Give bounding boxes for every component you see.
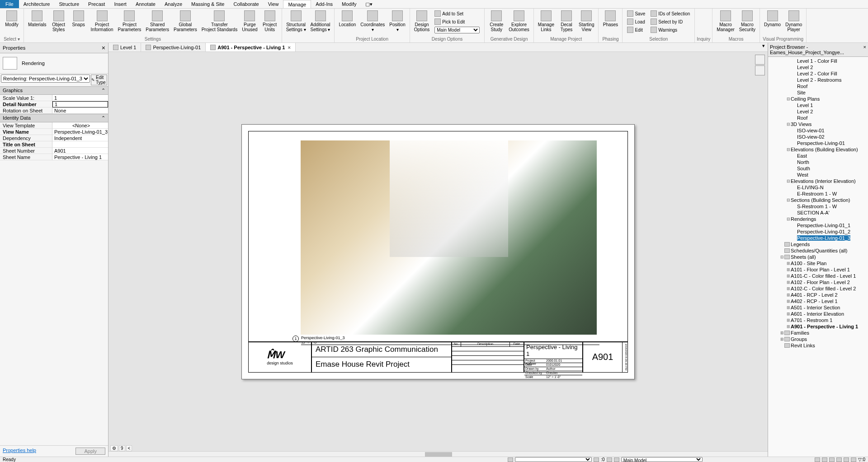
menu-annotate[interactable]: Annotate (131, 0, 160, 8)
status-icon[interactable] (508, 457, 513, 462)
tree-item[interactable]: Level 2 (769, 108, 867, 115)
tree-item[interactable]: Roof (769, 115, 867, 121)
tree-item[interactable]: East (769, 153, 867, 159)
menu-addins[interactable]: Add-Ins (311, 0, 337, 8)
ribbon-button[interactable]: DynamoPlayer (783, 9, 804, 33)
expand-icon[interactable]: ⊞ (786, 274, 791, 278)
ribbon-button[interactable]: DesignOptions (412, 9, 432, 33)
status-icon[interactable] (851, 457, 856, 462)
tree-item[interactable]: South (769, 165, 867, 172)
ribbon-button[interactable]: TransferProject Standards (199, 9, 240, 33)
tree-item[interactable]: ⊞A102 - Floor Plan - Level 2 (769, 279, 867, 285)
rendering-image[interactable] (301, 140, 597, 335)
ribbon-small-button[interactable]: Select by ID (649, 18, 692, 26)
expand-icon[interactable]: ⊟ (786, 122, 791, 126)
property-row[interactable]: View NamePerspective-Living-01_3 (0, 129, 108, 135)
property-section-header[interactable]: Identity Data⌃ (0, 114, 108, 122)
tree-item[interactable]: ⊞A101 - Floor Plan - Level 1 (769, 266, 867, 273)
ribbon-button[interactable]: ProjectParameters (116, 9, 144, 33)
expand-icon[interactable]: ⊞ (786, 280, 791, 285)
status-icon[interactable] (607, 457, 612, 462)
ribbon-button[interactable]: Position▾ (387, 9, 408, 33)
ribbon-button[interactable]: AdditionalSettings ▾ (308, 9, 333, 33)
tree-item[interactable]: ⊟Elevations (Building Elevation) (769, 146, 867, 153)
tree-item[interactable]: Perspective-Living-01_1 (769, 222, 867, 229)
tree-item[interactable]: SECTION A-A' (769, 210, 867, 216)
expand-icon[interactable]: ⊞ (780, 331, 784, 335)
status-icon[interactable] (815, 457, 820, 462)
status-icon[interactable] (594, 457, 599, 462)
tree-item[interactable]: Level 2 - Color Fill (769, 70, 867, 77)
expand-icon[interactable]: ⊟ (780, 255, 784, 259)
ribbon-button[interactable]: ObjectStyles (49, 9, 69, 33)
ribbon-button[interactable]: DecalTypes (557, 9, 576, 33)
status-icon[interactable] (844, 457, 849, 462)
property-row[interactable]: View Template<None> (0, 122, 108, 129)
ribbon-button[interactable]: GlobalParameters (171, 9, 199, 33)
tree-item[interactable]: Legends (769, 241, 867, 247)
tree-item[interactable]: S-Restroom 1 - W (769, 203, 867, 210)
tree-item[interactable]: Roof (769, 83, 867, 89)
menu-massingsite[interactable]: Massing & Site (187, 0, 229, 8)
ribbon-button[interactable]: Coordinates▾ (358, 9, 387, 33)
tree-item[interactable]: ⊞A501 - Interior Section (769, 304, 867, 311)
ribbon-small-button[interactable]: Load (625, 18, 647, 26)
close-icon[interactable]: × (102, 44, 105, 51)
expand-icon[interactable]: ⊞ (786, 267, 791, 272)
tree-item[interactable]: ⊟Sections (Building Section) (769, 197, 867, 203)
horizontal-scrollbar[interactable] (108, 451, 768, 457)
ribbon-button[interactable]: ManageLinks (536, 9, 557, 33)
property-row[interactable]: Rotation on SheetNone (0, 107, 108, 114)
tree-item[interactable]: ⊞A101-C - Color filled - Level 1 (769, 273, 867, 279)
type-selector[interactable]: Rendering (0, 53, 108, 74)
menu-insert[interactable]: Insert (109, 0, 131, 8)
menu-architecture[interactable]: Architecture (19, 0, 55, 8)
tree-item[interactable]: ⊟Renderings (769, 216, 867, 222)
expand-icon[interactable]: ⊞ (786, 293, 791, 297)
tab-overflow-icon[interactable]: ▾ (760, 43, 768, 51)
properties-help-link[interactable]: Properties help (3, 448, 36, 455)
ribbon-button[interactable]: Dynamo (762, 9, 783, 28)
expand-icon[interactable]: ⊞ (780, 337, 784, 341)
expand-icon[interactable]: ⊟ (786, 97, 791, 101)
expand-icon[interactable]: ⊟ (786, 198, 791, 202)
workset-selector[interactable]: Main Model (621, 457, 703, 462)
menu-analyze[interactable]: Analyze (160, 0, 187, 8)
property-row[interactable]: Title on Sheet (0, 141, 108, 148)
tree-item[interactable]: North (769, 159, 867, 165)
edit-type-button[interactable]: ✎Edit Type (91, 75, 107, 85)
expand-icon[interactable]: ⊞ (786, 299, 791, 303)
tree-item[interactable]: ⊞A901 - Perspective - Living 1 (769, 323, 867, 330)
menu-precast[interactable]: Precast (84, 0, 109, 8)
close-icon[interactable]: × (863, 44, 866, 55)
tree-item[interactable]: Level 1 - Color Fill (769, 58, 867, 64)
tree-item[interactable]: Site (769, 89, 867, 96)
menu-modify[interactable]: Modify (337, 0, 361, 8)
tree-item[interactable]: ⊞Families (769, 330, 867, 336)
tree-item[interactable]: ⊞A601 - Interior Elevation (769, 311, 867, 317)
close-icon[interactable]: × (288, 45, 290, 50)
ribbon-small-button[interactable]: Main Model (433, 26, 481, 34)
tree-item[interactable]: Perspective-Living-01_2 (769, 229, 867, 235)
tree-item[interactable]: ⊞A402 - RCP - Level 1 (769, 298, 867, 304)
ribbon-button[interactable]: ProjectInformation (89, 9, 116, 33)
view-tab[interactable]: Level 1 (108, 43, 141, 51)
project-browser-tree[interactable]: Level 1 - Color FillLevel 2Level 2 - Col… (768, 57, 868, 457)
ribbon-button[interactable]: MacroSecurity (737, 9, 758, 33)
ribbon-small-button[interactable]: Edit (625, 26, 647, 34)
tree-item[interactable]: Revit Links (769, 342, 867, 349)
ribbon-button[interactable]: Modify (2, 9, 22, 28)
tree-item[interactable]: ISO-view-01 (769, 127, 867, 134)
tree-item[interactable]: Level 1 (769, 102, 867, 108)
view-tab[interactable]: A901 - Perspective - Living 1× (206, 43, 296, 51)
tree-item[interactable]: ⊞A701 - Restroom 1 (769, 317, 867, 323)
ribbon-button[interactable]: ExploreOutcomes (506, 9, 532, 33)
instance-selector[interactable]: Rendering: Perspective-Living-01_3 (1, 75, 90, 83)
property-row[interactable]: Sheet NamePerspective - Living 1 (0, 154, 108, 160)
tree-item[interactable]: ⊞A100 - Site Plan (769, 260, 867, 266)
menu-view[interactable]: View (264, 0, 283, 8)
ribbon-button[interactable]: SharedParameters (143, 9, 171, 33)
expand-icon[interactable]: ⊟ (786, 217, 791, 221)
ribbon-button[interactable]: Materials (26, 9, 49, 28)
expand-icon[interactable]: ⊟ (786, 179, 791, 183)
